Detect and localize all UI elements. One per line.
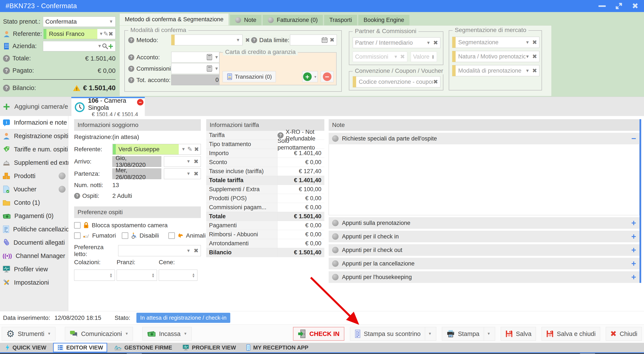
sidebar-item-pagamenti[interactable]: Pagamenti (0) xyxy=(0,209,68,222)
tab-fatturazione[interactable]: Fatturazione (0) xyxy=(263,15,323,25)
expand-plus-icon[interactable]: + xyxy=(631,232,636,240)
minimize-icon[interactable] xyxy=(598,5,606,7)
spinner-arrows-icon[interactable]: ▲▼ xyxy=(109,273,112,278)
edit-pencil-icon[interactable]: ✎ xyxy=(187,146,192,153)
chevron-down-icon[interactable]: ▼ xyxy=(99,31,103,36)
tab-quick-view[interactable]: QUICK VIEW xyxy=(2,343,50,352)
chevron-down-icon[interactable]: ▼ xyxy=(428,332,432,336)
strumenti-button[interactable]: ⚙ Strumenti ▼ xyxy=(2,327,56,341)
calculator-icon[interactable] xyxy=(207,54,212,60)
segmentazione-select[interactable]: Segmentazione▼✖ xyxy=(452,37,540,48)
tab-metodo-conferma[interactable]: Metodo di conferma & Segmentazione xyxy=(120,13,229,25)
chevron-down-icon[interactable]: ▼ xyxy=(526,40,530,45)
chevron-down-icon[interactable]: ▼ xyxy=(214,55,219,60)
disabili-checkbox[interactable] xyxy=(122,232,128,239)
chevron-down-icon[interactable]: ▼ xyxy=(186,171,191,176)
stampa-scontrino-button[interactable]: Stampa su scontrino ▼ xyxy=(350,327,436,341)
partenza-time-select[interactable]: ▼✖ xyxy=(164,168,201,179)
tab-note[interactable]: Note xyxy=(230,15,262,25)
modalita-prenotazione-select[interactable]: Modalità di prenotazione▼✖ xyxy=(452,65,540,76)
edit-pencil-icon[interactable]: ✎ xyxy=(103,30,108,38)
expand-plus-icon[interactable]: + xyxy=(631,273,636,281)
sidebar-item-prodotti[interactable]: Prodotti xyxy=(0,169,68,182)
pranzi-stepper[interactable]: ▲▼ xyxy=(117,270,157,281)
calendar-icon[interactable] xyxy=(321,37,328,43)
clear-x-icon[interactable]: ✖ xyxy=(532,39,537,46)
commissioni-field[interactable]: ▼ xyxy=(171,63,221,74)
sidebar-item-voucher[interactable]: Voucher xyxy=(0,182,68,196)
check-in-button[interactable]: CHECK IN xyxy=(293,327,344,341)
spinner-arrows-icon[interactable]: ▲▼ xyxy=(192,273,195,278)
tab-editor-view[interactable]: EDITOR VIEW xyxy=(53,343,107,352)
clear-x-icon[interactable]: ✖ xyxy=(532,67,537,74)
note-section-housekeeping[interactable]: Appunti per l'housekeeping+ xyxy=(329,271,640,283)
sidebar-item-tariffe[interactable]: $ Tariffe e num. ospiti xyxy=(0,143,68,156)
booking-status-select[interactable]: Confermata ▼ xyxy=(43,16,116,27)
tab-profiler-view[interactable]: PROFILER VIEW xyxy=(179,343,239,352)
chevron-down-icon[interactable]: ▼ xyxy=(236,38,240,42)
add-room-button[interactable]: + Aggiungi camera/e xyxy=(0,97,71,116)
chevron-down-icon[interactable]: ▼ xyxy=(186,159,191,164)
chevron-down-icon[interactable]: ▼ xyxy=(526,54,530,59)
expand-plus-icon[interactable]: + xyxy=(631,246,636,254)
sidebar-item-supplementi[interactable]: Supplementi ed extra xyxy=(0,156,68,169)
calculator-icon[interactable] xyxy=(207,65,212,72)
clear-x-icon[interactable]: ✖ xyxy=(194,247,198,254)
sidebar-item-profiler-view[interactable]: Profiler view xyxy=(0,262,68,276)
clear-x-icon[interactable]: ✖ xyxy=(108,30,113,38)
chevron-down-icon[interactable]: ▼ xyxy=(109,19,113,24)
azienda-field[interactable]: ▼ + xyxy=(43,41,116,51)
clear-x-icon[interactable]: ✖ xyxy=(433,39,438,46)
expand-plus-icon[interactable]: + xyxy=(631,219,636,227)
sidebar-item-politiche[interactable]: Politiche cancellazione xyxy=(0,222,68,236)
clear-x-icon[interactable]: ✖ xyxy=(194,158,198,165)
maximize-icon[interactable] xyxy=(615,2,622,10)
clear-x-icon[interactable]: ✖ xyxy=(194,146,199,153)
chevron-down-icon[interactable]: ▼ xyxy=(186,248,191,253)
note-section-prenotazione[interactable]: Appunti sulla prenotazione+ xyxy=(329,217,640,229)
note-section-cancellazione[interactable]: Appunti per la cancellazione+ xyxy=(329,258,640,269)
add-plus-icon[interactable]: + xyxy=(108,42,113,50)
chevron-down-icon[interactable]: ▼ xyxy=(98,44,102,48)
clear-x-icon[interactable]: ✖ xyxy=(532,53,537,60)
tab-booking-engine[interactable]: Booking Engine xyxy=(358,15,409,25)
expand-plus-icon[interactable]: + xyxy=(631,260,636,268)
remove-transaction-button[interactable]: − xyxy=(321,71,334,82)
salva-button[interactable]: Salva xyxy=(501,327,536,341)
chevron-down-icon[interactable]: ▼ xyxy=(487,332,491,336)
chevron-down-icon[interactable]: ▼ xyxy=(426,40,431,45)
partenza-date-field[interactable]: Mer, 26/08/2020 xyxy=(112,168,161,179)
colazioni-stepper[interactable]: ▲▼ xyxy=(74,270,115,281)
salva-e-chiudi-button[interactable]: Salva e chiudi xyxy=(542,327,600,341)
close-icon[interactable]: ✖ xyxy=(632,2,638,10)
blocca-checkbox[interactable] xyxy=(74,222,80,228)
fumatori-checkbox[interactable] xyxy=(74,232,80,239)
tab-gestione-firme[interactable]: GESTIONE FIRME xyxy=(111,343,176,352)
clear-x-icon[interactable]: ✖ xyxy=(330,36,334,44)
richieste-speciali-textarea[interactable] xyxy=(329,144,640,215)
natura-motivo-select[interactable]: Natura / Motivo prenotazione▼✖ xyxy=(452,51,540,62)
chevron-down-icon[interactable]: ▼ xyxy=(181,147,186,152)
note-section-richieste[interactable]: Richieste speciali da parte dell'ospite … xyxy=(329,133,640,144)
chevron-down-icon[interactable]: ▼ xyxy=(526,68,530,73)
referente-field[interactable]: Rossi Franco ▼ ✎ ✖ xyxy=(43,29,116,39)
animali-checkbox[interactable] xyxy=(168,232,175,239)
tab-my-reception-app[interactable]: MY RECEPTION APP xyxy=(243,343,312,352)
clear-x-icon[interactable]: ✖ xyxy=(245,37,250,44)
collapse-minus-icon[interactable]: − xyxy=(631,134,636,143)
metodo-select[interactable]: ▼ xyxy=(171,34,242,45)
sidebar-item-channel-manager[interactable]: ((•)) Channel Manager xyxy=(0,249,68,262)
clear-x-icon[interactable]: ✖ xyxy=(433,78,438,85)
note-section-checkout[interactable]: Appunti per il check out+ xyxy=(329,244,640,256)
codice-convenzione-field[interactable]: Codice convenzione - coupon✖ xyxy=(353,76,440,88)
chevron-down-icon[interactable]: ▼ xyxy=(214,66,219,71)
chiudi-button[interactable]: ✖ Chiudi xyxy=(606,327,642,341)
comunicazioni-button[interactable]: Comunicazioni ▼ xyxy=(65,327,133,341)
cene-stepper[interactable]: ▲▼ xyxy=(159,270,198,281)
room-tab-106[interactable]: 106 - Camera Singola € 1501.4 / € 1501.4… xyxy=(71,97,145,116)
remove-room-icon[interactable]: − xyxy=(137,99,144,106)
sidebar-item-registrazione-ospiti[interactable]: Registrazione ospiti ! xyxy=(0,129,68,143)
sidebar-item-impostazioni[interactable]: Impostazioni xyxy=(0,276,68,289)
data-limite-field[interactable]: ✖ xyxy=(290,34,337,45)
transazioni-button[interactable]: Transazioni (0) xyxy=(222,71,276,82)
